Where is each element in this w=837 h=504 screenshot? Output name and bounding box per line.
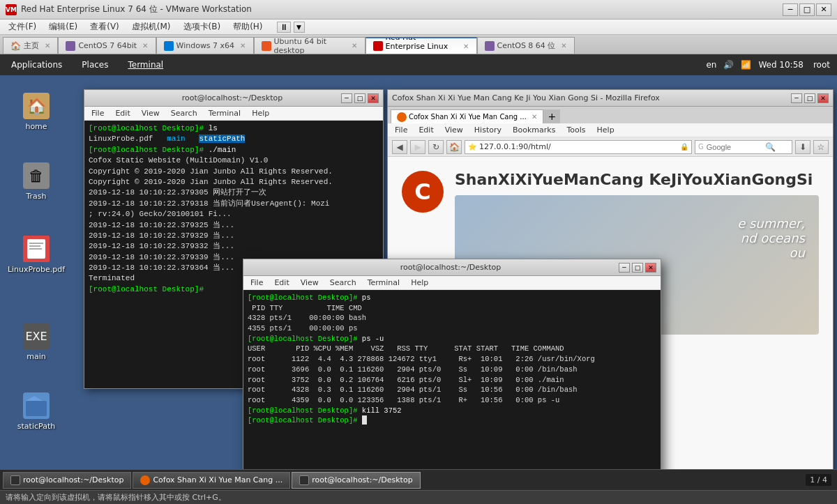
status-bar: 请将输入定向到该虚拟机，请将鼠标指针移入其中或按 Ctrl+G。 <box>0 490 837 504</box>
firefox-titlebar[interactable]: Cofox Shan Xi Xi Yue Man Cang Ke Ji You … <box>388 90 833 107</box>
t3-menu-edit[interactable]: Edit <box>270 277 293 288</box>
menu-vm[interactable]: 虚拟机(M) <box>126 20 176 34</box>
main-icon: EXE <box>22 322 50 350</box>
vm-desktop[interactable]: Applications Places Terminal en 🔊 📶 Wed … <box>0 54 837 490</box>
tab-centos8-close[interactable]: ✕ <box>561 42 566 49</box>
t1-menu-view[interactable]: View <box>137 108 164 119</box>
banner-text1: e summer, <box>737 216 805 231</box>
tab-rhel[interactable]: Red Hat Enterprise Linux ... ✕ <box>365 37 477 54</box>
t1-menu-search[interactable]: Search <box>167 108 202 119</box>
tab-home[interactable]: 🏠 主页 ✕ <box>3 37 58 54</box>
ff-home-btn[interactable]: 🏠 <box>446 140 462 154</box>
taskbar-terminal3[interactable]: root@localhost:~/Desktop <box>292 472 420 489</box>
ff-menu-edit[interactable]: Edit <box>414 125 437 135</box>
gnome-terminal-menu[interactable]: Terminal <box>123 57 167 72</box>
maximize-button[interactable]: □ <box>799 3 815 16</box>
menu-view[interactable]: 查看(V) <box>84 20 125 34</box>
desktop-icon-home[interactable]: 🏠 home <box>14 89 59 134</box>
ff-forward-btn[interactable]: ▶ <box>410 140 425 154</box>
tab-ubuntu[interactable]: Ubuntu 64 bit desktop ✕ <box>254 37 365 54</box>
ff-download-btn[interactable]: ⬇ <box>795 140 810 154</box>
gnome-applications[interactable]: Applications <box>7 57 66 72</box>
ff-search-bar[interactable]: G 🔍 <box>695 140 792 154</box>
t3-menu-file[interactable]: File <box>246 277 267 288</box>
tab-ubuntu-close[interactable]: ✕ <box>352 42 357 49</box>
ff-menu-tools[interactable]: Tools <box>562 125 589 135</box>
firefox-minimize[interactable]: ─ <box>791 93 802 103</box>
linuxprobe-icon <box>22 235 50 263</box>
menu-edit[interactable]: 编辑(E) <box>43 20 83 34</box>
vm-tab-bar: 🏠 主页 ✕ CentOS 7 64bit ✕ Windows 7 x64 ✕ … <box>0 35 837 54</box>
desktop-icon-main[interactable]: EXE main <box>14 319 59 364</box>
ff-search-icon[interactable]: 🔍 <box>765 142 776 152</box>
t3-menu-view[interactable]: View <box>296 277 323 288</box>
t3-menu-terminal[interactable]: Terminal <box>363 277 405 288</box>
desktop-icon-linuxprobe[interactable]: LinuxProbe.pdf <box>14 232 59 277</box>
ff-menu-help[interactable]: Help <box>593 125 619 135</box>
terminal3-minimize[interactable]: ─ <box>619 263 630 273</box>
toolbar-pause-btn[interactable]: ⏸ <box>277 22 291 33</box>
google-logo: G <box>698 143 704 151</box>
ff-bookmark-list-btn[interactable]: ☆ <box>813 140 829 154</box>
window-title: Red Hat Enterprise Linux 7 64 位 - VMware… <box>21 3 252 15</box>
terminal1-maximize[interactable]: □ <box>354 93 365 103</box>
terminal1-close[interactable]: ✕ <box>368 93 379 103</box>
ff-menu-view[interactable]: View <box>441 125 467 135</box>
t1-menu-edit[interactable]: Edit <box>111 108 134 119</box>
menu-file[interactable]: 文件(F) <box>3 20 42 34</box>
ff-search-input[interactable] <box>707 143 762 151</box>
staticpath-icon <box>22 392 50 420</box>
gnome-user: root <box>813 60 830 70</box>
terminal3-close[interactable]: ✕ <box>645 263 656 273</box>
gnome-places[interactable]: Places <box>77 57 112 72</box>
terminal3-titlebar[interactable]: root@localhost:~/Desktop ─ □ ✕ <box>243 259 661 276</box>
t1-menu-file[interactable]: File <box>87 108 108 119</box>
ff-back-btn[interactable]: ◀ <box>392 140 407 154</box>
tab-rhel-close[interactable]: ✕ <box>463 43 469 50</box>
t1-line3: [root@localhost Desktop]# ./main <box>89 145 379 155</box>
taskbar-firefox-icon <box>140 475 150 485</box>
ff-refresh-btn[interactable]: ↻ <box>428 140 444 154</box>
tab-home-close[interactable]: ✕ <box>45 42 50 49</box>
ff-new-tab-btn[interactable]: + <box>543 109 560 123</box>
desktop-icon-trash[interactable]: 🗑 Trash <box>14 159 59 204</box>
terminal1-minimize[interactable]: ─ <box>341 93 352 103</box>
t1-line11: 2019-12-18 10:10:22.379329 当... <box>89 231 379 241</box>
terminal1-titlebar[interactable]: root@localhost:~/Desktop ─ □ ✕ <box>84 90 383 107</box>
close-button[interactable]: ✕ <box>816 3 831 16</box>
t1-line2: LinuxProbe.pdf main staticPath <box>89 134 379 144</box>
taskbar-terminal1[interactable]: root@localhost:~/Desktop <box>3 472 131 489</box>
tab-centos7-close[interactable]: ✕ <box>142 42 148 49</box>
t1-menu-help[interactable]: Help <box>248 108 273 119</box>
tab-centos8[interactable]: CentOS 8 64 位 ✕ <box>477 37 575 54</box>
menu-tabs[interactable]: 选项卡(B) <box>178 20 227 34</box>
home-label: home <box>25 122 47 131</box>
desktop-icon-staticpath[interactable]: staticPath <box>14 389 59 434</box>
terminal3-body[interactable]: [root@localhost Desktop]# ps PID TTY TIM… <box>243 290 661 474</box>
t3-line11: root 4359 0.0 0.0 123356 1388 pts/1 R+ 1… <box>248 395 656 406</box>
menu-help[interactable]: 帮助(H) <box>227 20 268 34</box>
ff-menu-bookmarks[interactable]: Bookmarks <box>508 125 559 135</box>
ff-tab-active[interactable]: Cofox Shan Xi Xi Yue Man Cang ... ✕ <box>391 109 543 123</box>
minimize-button[interactable]: ─ <box>783 3 798 16</box>
t3-line4: 4355 pts/1 00:00:00 ps <box>248 323 656 334</box>
toolbar-dropdown-btn[interactable]: ▼ <box>294 22 305 33</box>
t3-menu-help[interactable]: Help <box>407 277 432 288</box>
terminal3-maximize[interactable]: □ <box>632 263 643 273</box>
t3-line5: [root@localhost Desktop]# ps -u <box>248 334 656 344</box>
ff-menu-history[interactable]: History <box>470 125 506 135</box>
t3-menu-search[interactable]: Search <box>326 277 361 288</box>
tab-centos7[interactable]: CentOS 7 64bit ✕ <box>58 37 156 54</box>
ff-url-bar[interactable]: ⭐ 127.0.0.1:90/html/ 🔒 <box>465 140 692 154</box>
ff-tab-close[interactable]: ✕ <box>531 113 537 121</box>
taskbar-firefox[interactable]: Cofox Shan Xi Xi Yue Man Cang ... <box>133 472 290 489</box>
tab-win7-close[interactable]: ✕ <box>240 42 246 49</box>
svg-text:EXE: EXE <box>25 330 47 343</box>
t1-line9: ; rv:24.0) Gecko/20100101 Fi... <box>89 209 379 220</box>
ubuntu-icon <box>262 41 271 51</box>
t1-menu-terminal[interactable]: Terminal <box>204 108 246 119</box>
firefox-close[interactable]: ✕ <box>817 93 829 103</box>
ff-menu-file[interactable]: File <box>391 125 412 135</box>
firefox-maximize[interactable]: □ <box>804 93 815 103</box>
tab-win7[interactable]: Windows 7 x64 ✕ <box>156 37 254 54</box>
